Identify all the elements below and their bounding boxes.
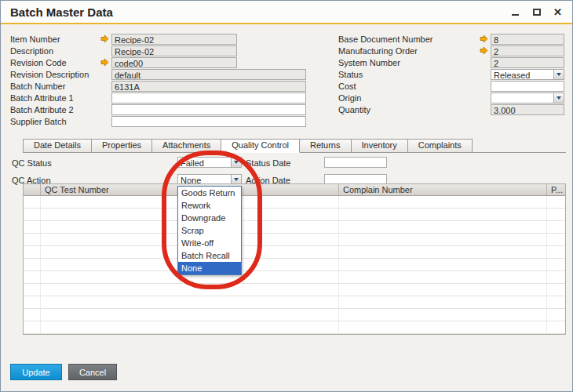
table-row[interactable] (24, 271, 565, 284)
table-row[interactable] (24, 234, 565, 246)
table-cell (24, 246, 41, 258)
table-cell (339, 321, 547, 333)
item-number-link-arrow[interactable] (100, 34, 111, 43)
batch-master-data-window: Batch Master Data ✕ Item Number Recipe-0… (0, 0, 573, 392)
origin-row: Origin (338, 92, 564, 103)
manufacturing-order-label: Manufacturing Order (338, 46, 480, 56)
description-field[interactable]: Recipe-02 (111, 45, 237, 56)
table-cell (547, 284, 565, 296)
dropdown-option[interactable]: Downgrade (178, 212, 241, 224)
table-cell (41, 284, 339, 296)
cost-row: Cost (338, 80, 564, 92)
status-date-field[interactable] (324, 157, 387, 168)
qc-status-dropdown-arrow-icon[interactable] (231, 158, 241, 167)
tab-complaints[interactable]: Complaints (407, 139, 473, 153)
status-select[interactable]: Released (491, 69, 564, 80)
table-row[interactable] (24, 221, 565, 234)
link-arrow-icon (480, 46, 488, 55)
link-arrow-icon (100, 58, 109, 67)
table-cell (547, 246, 565, 258)
minimize-button[interactable] (510, 7, 520, 17)
batch-attribute-1-row: Batch Attribute 1 (10, 92, 307, 103)
supplier-batch-field[interactable] (111, 116, 306, 127)
table-row[interactable] (24, 209, 565, 221)
description-label: Description (10, 46, 100, 56)
base-document-number-field[interactable]: 8 (491, 34, 564, 45)
batch-number-label: Batch Number (10, 82, 100, 91)
tab-attachments[interactable]: Attachments (151, 139, 221, 153)
revision-code-row: Revision Code code00 (10, 56, 307, 68)
table-cell (24, 296, 41, 308)
table-row[interactable] (24, 321, 565, 334)
manufacturing-order-field[interactable]: 2 (491, 45, 564, 56)
dropdown-option[interactable]: Scrap (178, 224, 241, 237)
dropdown-option[interactable]: Batch Recall (178, 249, 241, 262)
status-select-value: Released (491, 70, 553, 79)
update-button[interactable]: Update (10, 364, 62, 380)
batch-number-field[interactable]: 6131A (111, 81, 306, 92)
qc-status-select[interactable]: Failed (177, 157, 242, 168)
table-cell (24, 221, 41, 233)
manufacturing-order-row: Manufacturing Order 2 (338, 45, 564, 56)
table-cell (547, 271, 565, 283)
tab-properties[interactable]: Properties (91, 139, 152, 153)
base-document-link-arrow[interactable] (480, 34, 491, 43)
quantity-field[interactable]: 3.000 (491, 104, 564, 115)
tab-inventory[interactable]: Inventory (351, 139, 408, 153)
revision-code-label: Revision Code (10, 58, 100, 67)
status-dropdown-arrow-icon[interactable] (553, 70, 564, 79)
system-number-field[interactable]: 2 (491, 57, 564, 68)
quantity-row: Quantity 3.000 (338, 103, 564, 115)
close-button[interactable]: ✕ (553, 7, 563, 17)
table-cell (339, 284, 547, 296)
table-header: QC Test Number Complain Number P... (24, 184, 565, 196)
dropdown-option[interactable]: Goods Return (178, 187, 241, 199)
table-row[interactable] (24, 196, 565, 209)
cost-label: Cost (338, 82, 480, 91)
qc-tests-table: QC Test Number Complain Number P... (23, 183, 566, 335)
maximize-button[interactable] (531, 7, 542, 17)
titlebar[interactable]: Batch Master Data ✕ (1, 1, 572, 24)
table-cell (24, 284, 41, 296)
supplier-batch-row: Supplier Batch (10, 115, 307, 127)
tab-strip: Date Details Properties Attachments Qual… (23, 139, 566, 153)
minimize-icon (512, 14, 519, 16)
base-document-number-row: Base Document Number 8 (338, 33, 564, 45)
qc-action-dropdown-list: Goods Return Rework Downgrade Scrap Writ… (177, 186, 242, 275)
item-number-field[interactable]: Recipe-02 (111, 34, 237, 45)
dropdown-option[interactable]: Write-off (178, 237, 241, 249)
complain-number-column-header[interactable]: Complain Number (339, 184, 547, 195)
cost-field[interactable] (491, 81, 564, 92)
table-cell (24, 209, 41, 220)
table-row[interactable] (24, 309, 565, 321)
dropdown-option[interactable]: Rework (178, 199, 241, 212)
revision-code-field[interactable]: code00 (111, 57, 237, 68)
table-row[interactable] (24, 246, 565, 259)
table-row[interactable] (24, 259, 565, 271)
status-label: Status (338, 70, 480, 79)
table-row[interactable] (24, 296, 565, 309)
table-cell (339, 209, 547, 220)
revision-description-field[interactable]: default (111, 69, 306, 80)
row-number-column-header (24, 184, 41, 195)
tab-quality-control[interactable]: Quality Control (221, 139, 300, 153)
window-title: Batch Master Data (10, 5, 113, 19)
tab-date-details[interactable]: Date Details (23, 139, 92, 153)
cancel-button[interactable]: Cancel (68, 364, 117, 380)
origin-select[interactable] (491, 93, 564, 103)
tab-returns[interactable]: Returns (299, 139, 352, 153)
table-cell (547, 221, 565, 233)
batch-attribute-1-field[interactable] (111, 93, 306, 103)
qc-status-select-value: Failed (178, 158, 231, 167)
origin-dropdown-arrow-icon[interactable] (553, 93, 564, 103)
table-cell (547, 321, 565, 333)
table-row[interactable] (24, 284, 565, 296)
manufacturing-order-link-arrow[interactable] (480, 46, 491, 55)
batch-attribute-2-field[interactable] (111, 104, 306, 115)
close-icon: ✕ (553, 7, 562, 17)
batch-attribute-1-label: Batch Attribute 1 (10, 93, 100, 103)
revision-code-link-arrow[interactable] (100, 58, 111, 67)
dropdown-option-selected[interactable]: None (178, 262, 241, 274)
item-number-row: Item Number Recipe-02 (10, 33, 307, 45)
truncated-column-header[interactable]: P... (547, 184, 565, 195)
